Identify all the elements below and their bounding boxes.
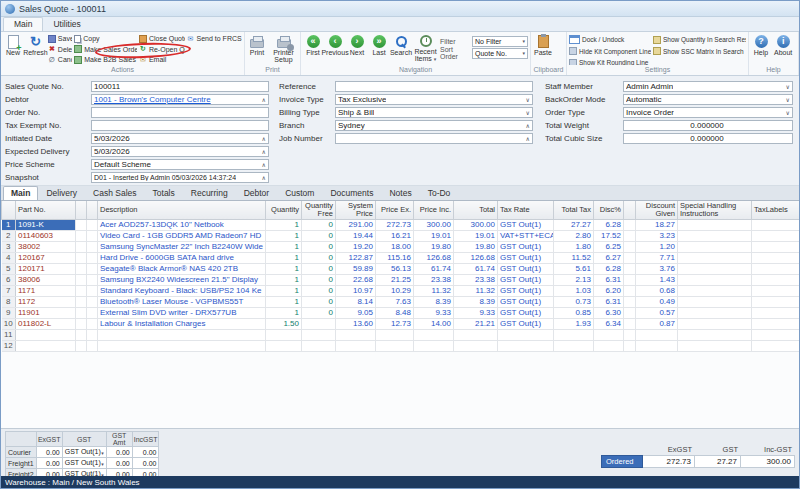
description-cell[interactable]: Video Card - 1GB GDDR5 AMD Radeon7 HD bbox=[98, 230, 266, 241]
sort-order-dropdown[interactable]: Quote No.▾ bbox=[472, 48, 528, 59]
quantity-free-cell[interactable]: 0 bbox=[302, 274, 336, 285]
description-cell[interactable]: External Slim DVD writer - DRX577UB bbox=[98, 307, 266, 318]
special-handling-cell[interactable] bbox=[678, 307, 752, 318]
disc-cell[interactable]: 6.28 bbox=[594, 263, 624, 274]
total-cell[interactable]: 21.21 bbox=[454, 318, 498, 329]
ribbon-tab-main[interactable]: Main bbox=[3, 17, 43, 31]
recent-items-button[interactable]: Recent Items ▾ bbox=[413, 33, 438, 64]
taxlabels-cell[interactable] bbox=[752, 230, 800, 241]
quantity-cell[interactable]: 1 bbox=[266, 230, 302, 241]
description-cell[interactable] bbox=[98, 329, 266, 340]
special-handling-cell[interactable] bbox=[678, 318, 752, 329]
line-item-row[interactable]: 7 1171 Standard Keyboard - Black: USB/PS… bbox=[2, 285, 800, 296]
description-cell[interactable]: Labour & Installation Charges bbox=[98, 318, 266, 329]
row-number-cell[interactable]: 11 bbox=[2, 329, 16, 340]
quantity-free-cell[interactable]: 0 bbox=[302, 241, 336, 252]
field-dropdown-icon[interactable]: ∧ bbox=[260, 161, 266, 168]
detail-tab[interactable]: Totals bbox=[145, 186, 183, 200]
taxlabels-cell[interactable] bbox=[752, 274, 800, 285]
system-price-cell[interactable]: 19.44 bbox=[336, 230, 376, 241]
new-button[interactable]: + New bbox=[3, 33, 23, 64]
freight-incgst-cell[interactable]: 0.00 bbox=[132, 447, 159, 458]
field-input[interactable]: Sydney ∧ bbox=[335, 120, 533, 131]
tax-rate-cell[interactable]: GST Out(1) bbox=[498, 285, 554, 296]
dock-undock-button[interactable]: Dock / Undock bbox=[569, 35, 651, 45]
price-inc-cell[interactable]: 11.32 bbox=[414, 285, 454, 296]
field-input[interactable]: Tax Exclusive ∨ bbox=[335, 94, 533, 105]
show-ssc-matrix-in-search-button[interactable]: Show SSC Matrix In Search bbox=[653, 47, 746, 57]
disc-cell[interactable]: 6.25 bbox=[594, 241, 624, 252]
description-cell[interactable]: Acer AOD257-13DQK 10" Netbook bbox=[98, 219, 266, 230]
field-input[interactable]: 5/03/2026 ∧ bbox=[91, 146, 269, 157]
row-number-cell[interactable]: 3 bbox=[2, 241, 16, 252]
price-inc-cell[interactable]: 14.00 bbox=[414, 318, 454, 329]
taxlabels-cell[interactable] bbox=[752, 241, 800, 252]
total-tax-cell[interactable]: 1.80 bbox=[554, 241, 594, 252]
part-no-cell[interactable]: 38002 bbox=[16, 241, 76, 252]
price-ex-cell[interactable] bbox=[376, 329, 414, 340]
field-input[interactable]: Admin Admin ∨ bbox=[623, 81, 793, 92]
taxlabels-cell[interactable] bbox=[752, 252, 800, 263]
discount-given-cell[interactable]: 3.76 bbox=[636, 263, 678, 274]
field-input[interactable]: ∧ bbox=[335, 133, 533, 144]
line-item-row[interactable]: 4 120167 Hard Drive - 6000GB SATA hard d… bbox=[2, 252, 800, 263]
search-button[interactable]: Search bbox=[391, 33, 411, 64]
part-no-cell[interactable]: 38006 bbox=[16, 274, 76, 285]
price-ex-cell[interactable]: 18.00 bbox=[376, 241, 414, 252]
total-cell[interactable]: 9.33 bbox=[454, 307, 498, 318]
field-input[interactable]: D01 - Inserted By Admin 05/03/2026 14:37… bbox=[91, 172, 269, 183]
total-cell[interactable]: 19.80 bbox=[454, 241, 498, 252]
quantity-cell[interactable]: 1 bbox=[266, 252, 302, 263]
discount-given-cell[interactable]: 1.20 bbox=[636, 241, 678, 252]
disc-cell[interactable]: 6.31 bbox=[594, 296, 624, 307]
quantity-free-cell[interactable]: 0 bbox=[302, 219, 336, 230]
disc-cell[interactable]: 6.27 bbox=[594, 252, 624, 263]
system-price-header[interactable]: System Price bbox=[336, 201, 376, 219]
system-price-cell[interactable]: 291.00 bbox=[336, 219, 376, 230]
price-ex-cell[interactable]: 21.25 bbox=[376, 274, 414, 285]
system-price-cell[interactable] bbox=[336, 329, 376, 340]
description-cell[interactable] bbox=[98, 340, 266, 351]
description-cell[interactable]: Samsung SyncMaster 22" Inch B2240W Wide bbox=[98, 241, 266, 252]
system-price-cell[interactable]: 122.87 bbox=[336, 252, 376, 263]
discount-given-cell[interactable]: 1.43 bbox=[636, 274, 678, 285]
taxlabels-cell[interactable] bbox=[752, 296, 800, 307]
first-button[interactable]: « First bbox=[303, 33, 323, 64]
field-input[interactable]: 1001 - Brown's Computer Centre ∧ bbox=[91, 94, 269, 105]
discount-given-cell[interactable]: 3.23 bbox=[636, 230, 678, 241]
freight-gst-amt-cell[interactable]: 0.00 bbox=[106, 458, 132, 469]
row-number-cell[interactable]: 2 bbox=[2, 230, 16, 241]
about-button[interactable]: i About bbox=[773, 33, 793, 64]
row-number-cell[interactable]: 7 bbox=[2, 285, 16, 296]
make-sales-order-button[interactable]: Make Sales Order bbox=[74, 45, 137, 55]
copy-button[interactable]: Copy bbox=[74, 34, 137, 44]
special-handling-cell[interactable] bbox=[678, 285, 752, 296]
total-cell[interactable]: 23.38 bbox=[454, 274, 498, 285]
price-inc-cell[interactable]: 23.38 bbox=[414, 274, 454, 285]
tax-rate-cell[interactable] bbox=[498, 329, 554, 340]
total-tax-cell[interactable]: 27.27 bbox=[554, 219, 594, 230]
field-dropdown-icon[interactable]: ∧ bbox=[260, 174, 266, 181]
freight-exgst-cell[interactable]: 0.00 bbox=[36, 447, 62, 458]
disc-cell[interactable] bbox=[594, 329, 624, 340]
price-inc-cell[interactable]: 8.39 bbox=[414, 296, 454, 307]
help-button[interactable]: ? Help bbox=[751, 33, 771, 64]
total-cell[interactable]: 19.01 bbox=[454, 230, 498, 241]
disc-cell[interactable]: 6.28 bbox=[594, 219, 624, 230]
last-button[interactable]: » Last bbox=[369, 33, 389, 64]
discount-given-cell[interactable] bbox=[636, 329, 678, 340]
total-header[interactable]: Total bbox=[454, 201, 498, 219]
description-cell[interactable]: Seagate® Black Armor® NAS 420 2TB bbox=[98, 263, 266, 274]
part-no-cell[interactable]: 01140603 bbox=[16, 230, 76, 241]
email-button[interactable]: ✉Email bbox=[139, 55, 185, 65]
description-cell[interactable]: Hard Drive - 6000GB SATA hard drive bbox=[98, 252, 266, 263]
field-dropdown-icon[interactable]: ∨ bbox=[784, 96, 790, 103]
price-ex-cell[interactable]: 10.29 bbox=[376, 285, 414, 296]
field-input[interactable]: Automatic ∨ bbox=[623, 94, 793, 105]
price-ex-cell[interactable]: 16.21 bbox=[376, 230, 414, 241]
delete-button[interactable]: ✖Delete bbox=[48, 45, 72, 55]
total-cell[interactable]: 11.32 bbox=[454, 285, 498, 296]
line-item-row[interactable]: 8 1172 Bluetooth® Laser Mouse - VGPBMS55… bbox=[2, 296, 800, 307]
quantity-header[interactable]: Quantity bbox=[266, 201, 302, 219]
taxlabels-cell[interactable] bbox=[752, 318, 800, 329]
